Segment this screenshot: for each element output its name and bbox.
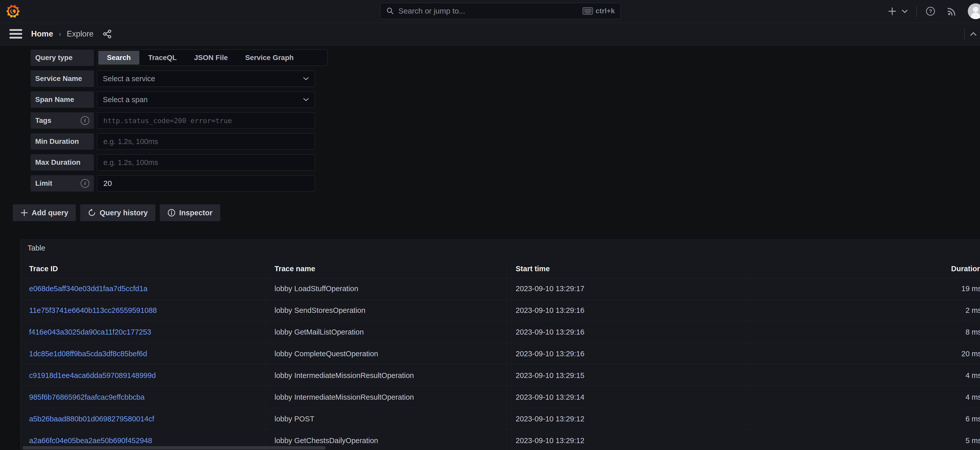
max-duration-row: Max Duration — [30, 154, 980, 171]
trace-id-link[interactable]: 11e75f3741e6640b113cc26559591088 — [29, 306, 157, 314]
table-row: 1dc85e1d08ff9ba5cda3df8c85bef6d lobby Co… — [21, 343, 980, 365]
breadcrumb-bar: Home › Explore — [0, 23, 980, 45]
trace-id-link[interactable]: e068de5aff340e03dd1faa7d5ccfd1a — [29, 284, 148, 293]
info-icon[interactable]: i — [81, 179, 89, 188]
trace-name-cell: lobby GetMailListOperation — [266, 321, 507, 343]
query-history-button[interactable]: Query history — [80, 204, 156, 221]
duration-cell: 5 ms — [749, 430, 980, 450]
start-time-cell: 2023-09-10 13:29:16 — [507, 343, 749, 365]
duration-cell: 20 ms — [749, 343, 980, 365]
trace-name-cell: lobby CompleteQuestOperation — [266, 343, 507, 365]
col-header-duration[interactable]: Duration — [749, 260, 980, 278]
trace-id-link[interactable]: a2a66fc04e05bea2ae50b690f452948 — [29, 436, 152, 445]
tab-service-graph[interactable]: Service Graph — [237, 51, 302, 65]
tags-field-wrap — [97, 112, 315, 129]
duration-cell: 6 ms — [749, 408, 980, 430]
min-duration-field-wrap — [97, 133, 315, 150]
trace-name-cell: lobby POST — [266, 408, 507, 430]
menu-hamburger-icon[interactable] — [8, 27, 24, 41]
start-time-cell: 2023-09-10 13:29:12 — [507, 430, 749, 450]
chevron-down-icon — [303, 77, 309, 81]
trace-id-link[interactable]: 1dc85e1d08ff9ba5cda3df8c85bef6d — [29, 349, 147, 358]
user-avatar[interactable] — [968, 3, 980, 19]
share-icon[interactable] — [102, 29, 112, 39]
inspector-button[interactable]: Inspector — [160, 204, 220, 221]
search-icon — [386, 7, 394, 15]
col-header-trace-name[interactable]: Trace name — [266, 260, 507, 278]
service-name-label: Service Name — [30, 70, 94, 87]
top-nav-bar: Search or jump to... ctrl+k ? — [0, 0, 980, 23]
service-name-select[interactable]: Select a service — [97, 70, 315, 87]
trace-name-cell: lobby IntermediateMissionResultOperation — [266, 386, 507, 408]
add-query-button[interactable]: Add query — [13, 204, 76, 221]
duration-cell: 4 ms — [749, 365, 980, 386]
tags-label: Tags i — [30, 112, 94, 129]
max-duration-input[interactable] — [103, 158, 309, 167]
max-duration-label: Max Duration — [30, 154, 94, 171]
info-icon[interactable]: i — [81, 116, 89, 125]
start-time-cell: 2023-09-10 13:29:14 — [507, 386, 749, 408]
new-menu-chevron-down-icon[interactable] — [901, 3, 908, 19]
query-type-radio-group: Search TraceQL JSON File Service Graph — [97, 49, 328, 66]
table-row: f416e043a3025da90ca11f20c177253 lobby Ge… — [21, 321, 980, 343]
trace-id-link[interactable]: f416e043a3025da90ca11f20c177253 — [29, 328, 151, 336]
collapse-chevron-up-icon[interactable] — [969, 26, 978, 42]
start-time-cell: 2023-09-10 13:29:16 — [507, 321, 749, 343]
help-icon[interactable]: ? — [924, 3, 937, 19]
start-time-cell: 2023-09-10 13:29:16 — [507, 300, 749, 321]
start-time-cell: 2023-09-10 13:29:15 — [507, 365, 749, 386]
duration-cell: 19 ms — [749, 278, 980, 300]
search-shortcut-label: ctrl+k — [596, 7, 615, 15]
col-header-trace-id[interactable]: Trace ID — [21, 260, 266, 278]
news-rss-icon[interactable] — [946, 3, 958, 19]
tab-traceql[interactable]: TraceQL — [139, 51, 185, 65]
start-time-cell: 2023-09-10 13:29:17 — [507, 278, 749, 300]
search-placeholder: Search or jump to... — [398, 6, 582, 15]
tags-input[interactable] — [103, 116, 309, 125]
panel-title: Table — [21, 243, 980, 252]
trace-name-cell: lobby LoadStuffOperation — [266, 278, 507, 300]
horizontal-scrollbar[interactable] — [22, 446, 326, 450]
table-panel: Table Trace ID Trace name Start time Dur… — [20, 239, 980, 450]
trace-id-link[interactable]: 985f6b76865962faafcac9effcbbcba — [29, 393, 145, 401]
duration-cell: 4 ms — [749, 386, 980, 408]
span-name-row: Span Name Select a span — [30, 91, 980, 108]
query-type-row: Query type Search TraceQL JSON File Serv… — [30, 49, 980, 66]
new-plus-button[interactable] — [887, 3, 897, 19]
keyboard-icon — [582, 7, 593, 15]
min-duration-input[interactable] — [103, 137, 309, 146]
search-input[interactable]: Search or jump to... ctrl+k — [380, 3, 620, 19]
start-time-cell: 2023-09-10 13:29:12 — [507, 408, 749, 430]
breadcrumb-home[interactable]: Home — [31, 29, 53, 38]
query-editor: Query type Search TraceQL JSON File Serv… — [30, 49, 980, 191]
crumbbar-divider — [964, 28, 965, 40]
table-row: 985f6b76865962faafcac9effcbbcba lobby In… — [21, 386, 980, 408]
col-header-start-time[interactable]: Start time — [507, 260, 749, 278]
tags-row: Tags i — [30, 112, 980, 129]
query-actions: Add query Query history Inspector — [13, 204, 980, 221]
min-duration-row: Min Duration — [30, 133, 980, 150]
trace-name-cell: lobby IntermediateMissionResultOperation — [266, 365, 507, 386]
table-row: c91918d1ee4aca6dda597089148999d lobby In… — [21, 365, 980, 386]
tab-search[interactable]: Search — [98, 51, 139, 65]
limit-input[interactable] — [103, 179, 309, 188]
chevron-down-icon — [303, 97, 309, 102]
trace-name-cell: lobby SendStoresOperation — [266, 300, 507, 321]
trace-id-link[interactable]: c91918d1ee4aca6dda597089148999d — [29, 371, 156, 380]
grafana-logo[interactable] — [6, 3, 21, 19]
duration-cell: 2 ms — [749, 300, 980, 321]
table-row: 11e75f3741e6640b113cc26559591088 lobby S… — [21, 300, 980, 321]
query-type-label: Query type — [30, 49, 94, 66]
service-name-row: Service Name Select a service — [30, 70, 980, 87]
max-duration-field-wrap — [97, 154, 315, 171]
span-name-select[interactable]: Select a span — [97, 91, 315, 108]
info-circle-icon — [167, 209, 176, 217]
traces-table: Trace ID Trace name Start time Duration … — [21, 260, 980, 450]
duration-cell: 8 ms — [749, 321, 980, 343]
tab-json-file[interactable]: JSON File — [185, 51, 236, 65]
limit-label: Limit i — [30, 175, 94, 191]
trace-id-link[interactable]: a5b26baad880b01d0698279580014cf — [29, 415, 154, 423]
explore-content: Query type Search TraceQL JSON File Serv… — [0, 45, 980, 450]
table-row: a5b26baad880b01d0698279580014cf lobby PO… — [21, 408, 980, 430]
svg-text:?: ? — [929, 8, 932, 14]
